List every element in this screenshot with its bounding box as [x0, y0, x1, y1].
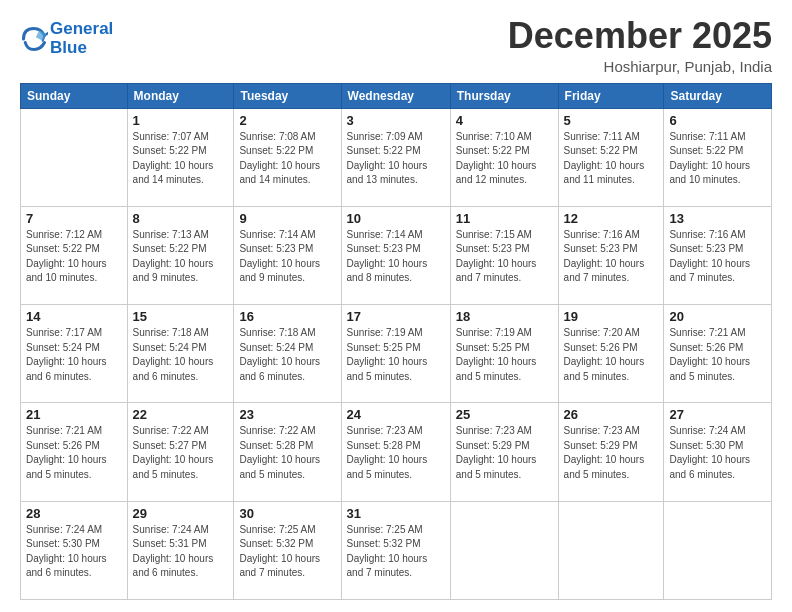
day-info: Sunrise: 7:11 AMSunset: 5:22 PMDaylight:… — [564, 130, 659, 188]
day-info: Sunrise: 7:17 AMSunset: 5:24 PMDaylight:… — [26, 326, 122, 384]
day-info: Sunrise: 7:08 AMSunset: 5:22 PMDaylight:… — [239, 130, 335, 188]
day-number: 17 — [347, 309, 445, 324]
day-cell: 17Sunrise: 7:19 AMSunset: 5:25 PMDayligh… — [341, 305, 450, 403]
page: General Blue December 2025 Hoshiarpur, P… — [0, 0, 792, 612]
day-info: Sunrise: 7:18 AMSunset: 5:24 PMDaylight:… — [133, 326, 229, 384]
day-info: Sunrise: 7:24 AMSunset: 5:30 PMDaylight:… — [669, 424, 766, 482]
day-number: 14 — [26, 309, 122, 324]
day-info: Sunrise: 7:16 AMSunset: 5:23 PMDaylight:… — [564, 228, 659, 286]
day-cell: 21Sunrise: 7:21 AMSunset: 5:26 PMDayligh… — [21, 403, 128, 501]
day-info: Sunrise: 7:23 AMSunset: 5:29 PMDaylight:… — [456, 424, 553, 482]
header-cell-monday: Monday — [127, 83, 234, 108]
day-cell: 4Sunrise: 7:10 AMSunset: 5:22 PMDaylight… — [450, 108, 558, 206]
day-cell: 13Sunrise: 7:16 AMSunset: 5:23 PMDayligh… — [664, 206, 772, 304]
day-info: Sunrise: 7:24 AMSunset: 5:30 PMDaylight:… — [26, 523, 122, 581]
day-cell: 26Sunrise: 7:23 AMSunset: 5:29 PMDayligh… — [558, 403, 664, 501]
day-info: Sunrise: 7:25 AMSunset: 5:32 PMDaylight:… — [347, 523, 445, 581]
day-number: 27 — [669, 407, 766, 422]
day-cell: 11Sunrise: 7:15 AMSunset: 5:23 PMDayligh… — [450, 206, 558, 304]
day-info: Sunrise: 7:14 AMSunset: 5:23 PMDaylight:… — [239, 228, 335, 286]
day-cell: 8Sunrise: 7:13 AMSunset: 5:22 PMDaylight… — [127, 206, 234, 304]
title-block: December 2025 Hoshiarpur, Punjab, India — [508, 16, 772, 75]
week-row-4: 28Sunrise: 7:24 AMSunset: 5:30 PMDayligh… — [21, 501, 772, 599]
svg-marker-1 — [36, 30, 47, 41]
header-cell-saturday: Saturday — [664, 83, 772, 108]
header-cell-thursday: Thursday — [450, 83, 558, 108]
day-cell: 2Sunrise: 7:08 AMSunset: 5:22 PMDaylight… — [234, 108, 341, 206]
day-cell: 18Sunrise: 7:19 AMSunset: 5:25 PMDayligh… — [450, 305, 558, 403]
day-number: 9 — [239, 211, 335, 226]
day-cell: 20Sunrise: 7:21 AMSunset: 5:26 PMDayligh… — [664, 305, 772, 403]
day-number: 20 — [669, 309, 766, 324]
week-row-3: 21Sunrise: 7:21 AMSunset: 5:26 PMDayligh… — [21, 403, 772, 501]
day-info: Sunrise: 7:24 AMSunset: 5:31 PMDaylight:… — [133, 523, 229, 581]
day-info: Sunrise: 7:12 AMSunset: 5:22 PMDaylight:… — [26, 228, 122, 286]
header-row: SundayMondayTuesdayWednesdayThursdayFrid… — [21, 83, 772, 108]
day-number: 12 — [564, 211, 659, 226]
location: Hoshiarpur, Punjab, India — [508, 58, 772, 75]
day-info: Sunrise: 7:11 AMSunset: 5:22 PMDaylight:… — [669, 130, 766, 188]
day-number: 29 — [133, 506, 229, 521]
calendar: SundayMondayTuesdayWednesdayThursdayFrid… — [20, 83, 772, 600]
week-row-0: 1Sunrise: 7:07 AMSunset: 5:22 PMDaylight… — [21, 108, 772, 206]
day-cell: 28Sunrise: 7:24 AMSunset: 5:30 PMDayligh… — [21, 501, 128, 599]
day-cell: 25Sunrise: 7:23 AMSunset: 5:29 PMDayligh… — [450, 403, 558, 501]
day-info: Sunrise: 7:22 AMSunset: 5:28 PMDaylight:… — [239, 424, 335, 482]
day-info: Sunrise: 7:13 AMSunset: 5:22 PMDaylight:… — [133, 228, 229, 286]
day-cell: 23Sunrise: 7:22 AMSunset: 5:28 PMDayligh… — [234, 403, 341, 501]
day-number: 5 — [564, 113, 659, 128]
day-number: 30 — [239, 506, 335, 521]
calendar-header: SundayMondayTuesdayWednesdayThursdayFrid… — [21, 83, 772, 108]
day-cell: 10Sunrise: 7:14 AMSunset: 5:23 PMDayligh… — [341, 206, 450, 304]
day-info: Sunrise: 7:07 AMSunset: 5:22 PMDaylight:… — [133, 130, 229, 188]
logo-icon — [20, 25, 48, 53]
day-number: 26 — [564, 407, 659, 422]
day-cell — [21, 108, 128, 206]
day-number: 21 — [26, 407, 122, 422]
day-number: 3 — [347, 113, 445, 128]
day-cell: 27Sunrise: 7:24 AMSunset: 5:30 PMDayligh… — [664, 403, 772, 501]
day-cell: 6Sunrise: 7:11 AMSunset: 5:22 PMDaylight… — [664, 108, 772, 206]
day-number: 28 — [26, 506, 122, 521]
day-info: Sunrise: 7:19 AMSunset: 5:25 PMDaylight:… — [456, 326, 553, 384]
day-number: 18 — [456, 309, 553, 324]
calendar-body: 1Sunrise: 7:07 AMSunset: 5:22 PMDaylight… — [21, 108, 772, 599]
day-info: Sunrise: 7:09 AMSunset: 5:22 PMDaylight:… — [347, 130, 445, 188]
day-cell: 5Sunrise: 7:11 AMSunset: 5:22 PMDaylight… — [558, 108, 664, 206]
day-number: 25 — [456, 407, 553, 422]
day-info: Sunrise: 7:14 AMSunset: 5:23 PMDaylight:… — [347, 228, 445, 286]
logo-text: General Blue — [50, 20, 113, 57]
day-info: Sunrise: 7:23 AMSunset: 5:29 PMDaylight:… — [564, 424, 659, 482]
day-cell: 12Sunrise: 7:16 AMSunset: 5:23 PMDayligh… — [558, 206, 664, 304]
day-cell: 24Sunrise: 7:23 AMSunset: 5:28 PMDayligh… — [341, 403, 450, 501]
day-number: 31 — [347, 506, 445, 521]
day-info: Sunrise: 7:22 AMSunset: 5:27 PMDaylight:… — [133, 424, 229, 482]
day-info: Sunrise: 7:18 AMSunset: 5:24 PMDaylight:… — [239, 326, 335, 384]
day-info: Sunrise: 7:21 AMSunset: 5:26 PMDaylight:… — [669, 326, 766, 384]
day-cell: 16Sunrise: 7:18 AMSunset: 5:24 PMDayligh… — [234, 305, 341, 403]
day-number: 11 — [456, 211, 553, 226]
day-number: 15 — [133, 309, 229, 324]
day-number: 16 — [239, 309, 335, 324]
day-cell — [558, 501, 664, 599]
day-cell: 29Sunrise: 7:24 AMSunset: 5:31 PMDayligh… — [127, 501, 234, 599]
day-number: 1 — [133, 113, 229, 128]
day-info: Sunrise: 7:19 AMSunset: 5:25 PMDaylight:… — [347, 326, 445, 384]
day-info: Sunrise: 7:15 AMSunset: 5:23 PMDaylight:… — [456, 228, 553, 286]
header-cell-sunday: Sunday — [21, 83, 128, 108]
day-info: Sunrise: 7:10 AMSunset: 5:22 PMDaylight:… — [456, 130, 553, 188]
day-number: 8 — [133, 211, 229, 226]
header: General Blue December 2025 Hoshiarpur, P… — [20, 16, 772, 75]
day-cell: 22Sunrise: 7:22 AMSunset: 5:27 PMDayligh… — [127, 403, 234, 501]
day-number: 7 — [26, 211, 122, 226]
day-number: 2 — [239, 113, 335, 128]
day-number: 24 — [347, 407, 445, 422]
day-info: Sunrise: 7:25 AMSunset: 5:32 PMDaylight:… — [239, 523, 335, 581]
header-cell-tuesday: Tuesday — [234, 83, 341, 108]
day-number: 22 — [133, 407, 229, 422]
day-cell: 1Sunrise: 7:07 AMSunset: 5:22 PMDaylight… — [127, 108, 234, 206]
header-cell-wednesday: Wednesday — [341, 83, 450, 108]
day-cell: 15Sunrise: 7:18 AMSunset: 5:24 PMDayligh… — [127, 305, 234, 403]
logo: General Blue — [20, 20, 113, 57]
day-cell: 9Sunrise: 7:14 AMSunset: 5:23 PMDaylight… — [234, 206, 341, 304]
